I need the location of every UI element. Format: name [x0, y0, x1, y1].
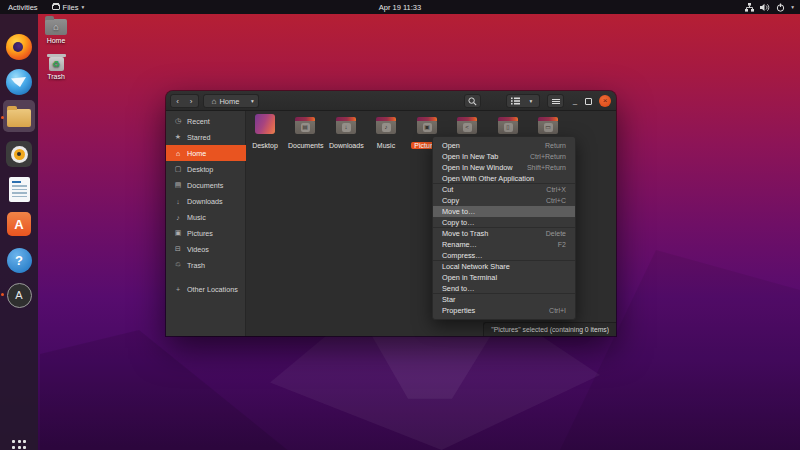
folder-downloads[interactable]: ↓ Downloads — [326, 113, 366, 152]
list-view-icon — [511, 97, 520, 105]
sidebar-item-pictures[interactable]: ▣Pictures — [166, 225, 246, 241]
sidebar-item-trash[interactable]: ♲Trash — [166, 257, 246, 273]
thunderbird-icon — [6, 69, 32, 95]
search-button[interactable] — [464, 94, 481, 108]
headerbar: ‹ › ⌂ Home ▾ ▾ – × — [166, 91, 616, 111]
top-bar: Activities Files ▾ Apr 19 11:33 ▾ — [0, 0, 800, 14]
sidebar-item-home[interactable]: ⌂Home — [166, 145, 246, 161]
close-button[interactable]: × — [599, 95, 611, 107]
chevron-down-icon: ▾ — [791, 4, 794, 10]
folder-icon: ♪ — [376, 120, 396, 134]
dock-rhythmbox[interactable] — [5, 140, 33, 168]
desktop-icon-trash[interactable]: ♻ Trash — [36, 57, 76, 80]
image-emblem-icon: ▣ — [423, 123, 432, 132]
maximize-button[interactable] — [585, 98, 592, 105]
running-indicator-dot — [1, 116, 4, 119]
menu-item-copy-to[interactable]: Copy to… — [433, 217, 575, 228]
clock-icon: ◷ — [174, 117, 182, 125]
folder-documents[interactable]: ▤ Documents — [285, 113, 325, 152]
menu-item-open-in-new-tab[interactable]: Open In New TabCtrl+Return — [433, 151, 575, 162]
libreoffice-writer-icon — [9, 177, 30, 202]
firefox-icon — [6, 34, 32, 60]
clock[interactable]: Apr 19 11:33 — [0, 3, 800, 12]
menu-item-star[interactable]: Star — [433, 294, 575, 305]
dock-firefox[interactable] — [5, 33, 33, 61]
search-icon — [468, 97, 477, 106]
dock-thunderbird[interactable] — [5, 68, 33, 96]
forward-button[interactable]: › — [184, 94, 199, 108]
folder-7[interactable]: ▯ — [488, 113, 528, 134]
desktop-icon: ▢ — [174, 165, 182, 173]
menu-item-open-with-other-application[interactable]: Open With Other Application — [433, 173, 575, 184]
video-icon: ⊟ — [174, 245, 182, 253]
help-icon: ? — [7, 248, 32, 273]
menu-item-open[interactable]: OpenReturn — [433, 140, 575, 151]
app-a-icon: A — [7, 283, 32, 308]
dock-libreoffice-writer[interactable] — [5, 175, 33, 203]
menu-item-send-to[interactable]: Send to… — [433, 283, 575, 294]
music-emblem-icon: ♪ — [382, 123, 391, 132]
sidebar-item-other-locations[interactable]: +Other Locations — [166, 281, 246, 297]
menu-item-rename[interactable]: Rename…F2 — [433, 239, 575, 250]
desktop-icon-home[interactable]: ⌂ Home — [36, 19, 76, 44]
sidebar: ◷Recent ★Starred ⌂Home ▢Desktop ▤Documen… — [166, 111, 246, 336]
menu-item-copy[interactable]: CopyCtrl+C — [433, 195, 575, 206]
menu-item-properties[interactable]: PropertiesCtrl+I — [433, 305, 575, 316]
sidebar-item-desktop[interactable]: ▢Desktop — [166, 161, 246, 177]
path-dropdown-button[interactable]: ▾ — [247, 94, 259, 108]
folder-icon: < — [457, 120, 477, 134]
desktop-icon-label: Trash — [36, 73, 76, 80]
menu-item-local-network-share[interactable]: Local Network Share — [433, 261, 575, 272]
menu-item-open-in-terminal[interactable]: Open in Terminal — [433, 272, 575, 283]
sidebar-item-documents[interactable]: ▤Documents — [166, 177, 246, 193]
system-status-area[interactable]: ▾ — [745, 0, 794, 14]
menu-item-open-in-new-window[interactable]: Open In New WindowShift+Return — [433, 162, 575, 173]
desktop-icon-label: Home — [36, 37, 76, 44]
music-note-icon: ♪ — [174, 214, 182, 221]
menu-item-move-to[interactable]: Move to… — [433, 206, 575, 217]
dock: A ? A — [0, 14, 38, 450]
folder-8[interactable]: ▭ — [528, 113, 568, 134]
trash-icon: ♻ — [49, 57, 64, 71]
network-icon — [745, 3, 754, 12]
menu-item-move-to-trash[interactable]: Move to TrashDelete — [433, 228, 575, 239]
dock-app-a[interactable]: A — [5, 281, 33, 309]
home-icon: ⌂ — [212, 97, 217, 106]
breadcrumb-label: Home — [219, 97, 239, 106]
folder-desktop[interactable]: Desktop — [245, 113, 285, 152]
folder-icon: ▯ — [498, 120, 518, 134]
sidebar-item-music[interactable]: ♪Music — [166, 209, 246, 225]
hamburger-icon — [552, 98, 560, 105]
view-toggle-button[interactable] — [506, 94, 524, 108]
dock-help[interactable]: ? — [5, 246, 33, 274]
document-emblem-icon: ▤ — [301, 123, 310, 132]
minimize-button[interactable]: – — [569, 94, 581, 108]
sidebar-item-starred[interactable]: ★Starred — [166, 129, 246, 145]
rhythmbox-icon — [6, 141, 32, 167]
back-button[interactable]: ‹ — [170, 94, 185, 108]
sidebar-item-recent[interactable]: ◷Recent — [166, 113, 246, 129]
home-icon: ⌂ — [174, 150, 182, 157]
ubuntu-software-icon: A — [7, 212, 31, 236]
breadcrumb[interactable]: ⌂ Home — [203, 94, 248, 108]
trash-icon: ♲ — [174, 261, 182, 269]
dock-show-applications[interactable] — [5, 433, 33, 450]
folder-music[interactable]: ♪ Music — [366, 113, 406, 152]
sidebar-item-videos[interactable]: ⊟Videos — [166, 241, 246, 257]
plus-icon: + — [174, 286, 182, 293]
sidebar-item-downloads[interactable]: ↓Downloads — [166, 193, 246, 209]
dock-files[interactable] — [5, 104, 33, 132]
files-icon — [7, 109, 31, 127]
dock-ubuntu-software[interactable]: A — [5, 210, 33, 238]
download-emblem-icon: ↓ — [342, 123, 351, 132]
document-icon: ▤ — [174, 181, 182, 189]
download-icon: ↓ — [174, 198, 182, 205]
hamburger-menu-button[interactable] — [547, 94, 564, 108]
folder-icon: ↓ — [336, 120, 356, 134]
menu-item-compress[interactable]: Compress… — [433, 250, 575, 261]
star-icon: ★ — [174, 133, 182, 141]
view-options-dropdown[interactable]: ▾ — [523, 94, 540, 108]
menu-item-cut[interactable]: CutCtrl+X — [433, 184, 575, 195]
running-indicator-dot — [1, 293, 4, 296]
folder-6[interactable]: < — [447, 113, 487, 134]
